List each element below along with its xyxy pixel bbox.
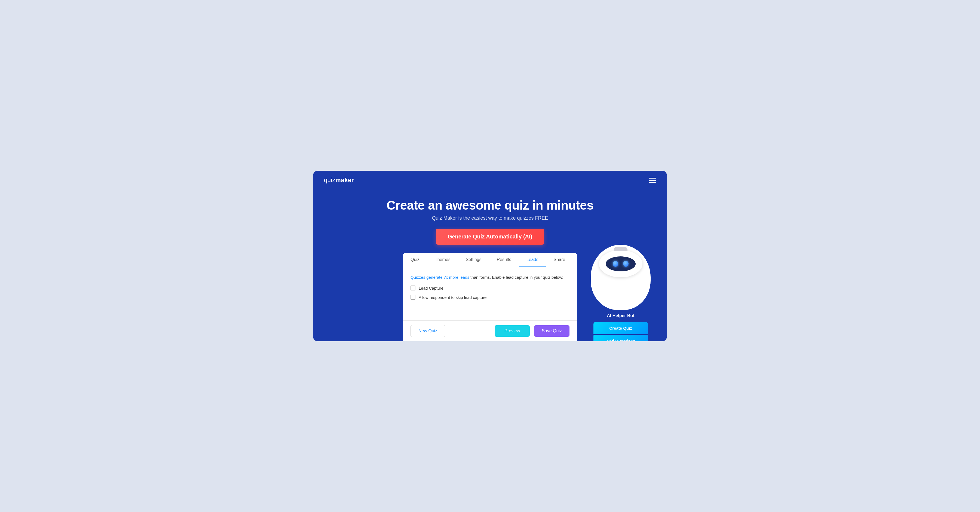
- hamburger-line-1: [649, 178, 656, 178]
- ai-bot: AI Helper Bot Create Quiz Add Questions …: [591, 245, 651, 341]
- header: quizmaker: [313, 171, 667, 190]
- leads-description-rest: than forms. Enable lead capture in your …: [469, 275, 563, 280]
- hamburger-line-3: [649, 182, 656, 183]
- generate-quiz-button[interactable]: Generate Quiz Automatically (AI): [436, 229, 544, 245]
- quiz-panel: Quiz Themes Settings Results Leads Share…: [403, 253, 577, 341]
- leads-content: Quizzes generate 7x more leads than form…: [403, 267, 577, 310]
- main-content: Quiz Themes Settings Results Leads Share…: [313, 253, 667, 341]
- leads-highlight[interactable]: Quizzes generate 7x more leads: [410, 275, 469, 280]
- tab-share[interactable]: Share: [546, 253, 573, 267]
- tab-results[interactable]: Results: [489, 253, 519, 267]
- tab-quiz[interactable]: Quiz: [403, 253, 427, 267]
- lead-capture-checkbox[interactable]: [410, 286, 415, 291]
- ai-bot-label: AI Helper Bot: [607, 313, 634, 318]
- tab-themes[interactable]: Themes: [427, 253, 458, 267]
- bot-eye-right: [623, 261, 628, 267]
- lead-capture-label[interactable]: Lead Capture: [419, 286, 444, 291]
- ai-add-questions-button[interactable]: Add Questions: [593, 335, 648, 341]
- new-quiz-button[interactable]: New Quiz: [410, 325, 445, 337]
- ai-button-group: Create Quiz Add Questions Add Answers He…: [593, 322, 648, 341]
- preview-button[interactable]: Preview: [495, 325, 530, 337]
- lead-capture-row: Lead Capture: [410, 286, 570, 291]
- tab-bar: Quiz Themes Settings Results Leads Share: [403, 253, 577, 267]
- tab-leads[interactable]: Leads: [519, 253, 546, 267]
- ai-create-quiz-button[interactable]: Create Quiz: [593, 322, 648, 334]
- logo-bold: maker: [336, 176, 354, 183]
- allow-skip-label[interactable]: Allow respondent to skip lead capture: [419, 295, 487, 300]
- leads-description: Quizzes generate 7x more leads than form…: [410, 275, 570, 280]
- app-container: quizmaker Create an awesome quiz in minu…: [313, 171, 667, 341]
- save-quiz-button[interactable]: Save Quiz: [534, 325, 570, 337]
- hamburger-menu[interactable]: [649, 178, 656, 183]
- bot-body: [591, 245, 651, 310]
- bot-eye-left: [613, 261, 618, 267]
- logo-regular: quiz: [324, 176, 336, 183]
- hamburger-line-2: [649, 180, 656, 181]
- bottom-toolbar: New Quiz Preview Save Quiz: [403, 320, 577, 341]
- allow-skip-row: Allow respondent to skip lead capture: [410, 295, 570, 300]
- logo: quizmaker: [324, 176, 354, 184]
- hero-section: Create an awesome quiz in minutes Quiz M…: [313, 190, 667, 253]
- tab-settings[interactable]: Settings: [458, 253, 489, 267]
- bot-head: [599, 250, 643, 277]
- hero-title: Create an awesome quiz in minutes: [318, 198, 662, 213]
- bot-nub: [614, 247, 627, 251]
- allow-skip-checkbox[interactable]: [410, 295, 415, 300]
- hero-subtitle: Quiz Maker is the easiest way to make qu…: [318, 215, 662, 221]
- bot-visor: [606, 256, 636, 271]
